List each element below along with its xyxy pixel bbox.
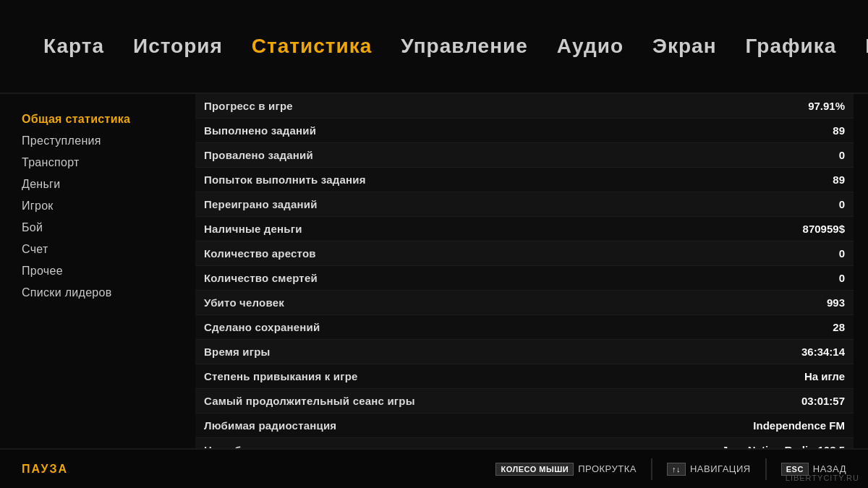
main-content: Общая статистикаПреступленияТранспортДен… <box>0 94 868 448</box>
stat-label: Прогресс в игре <box>204 100 293 112</box>
table-row: Прогресс в игре97.91% <box>195 94 854 119</box>
hint-action-label: НАВИГАЦИЯ <box>690 463 751 474</box>
stat-value: 0 <box>715 149 845 161</box>
nav-item-history[interactable]: История <box>133 35 223 58</box>
sidebar-item-money[interactable]: Деньги <box>22 174 174 195</box>
key-badge: ↑↓ <box>667 463 686 476</box>
table-row: Время игры36:34:14 <box>195 340 854 364</box>
bottom-hint-1: ↑↓НАВИГАЦИЯ <box>667 463 751 476</box>
table-row: Количество арестов0 <box>195 241 854 266</box>
stat-label: Попыток выполнить задания <box>204 174 366 186</box>
nav-item-statistics[interactable]: Статистика <box>252 35 373 58</box>
stat-value: 870959$ <box>715 223 845 235</box>
stat-value: 0 <box>715 198 845 210</box>
sidebar-item-fight[interactable]: Бой <box>22 217 174 239</box>
nav-item-map[interactable]: Карта <box>43 35 104 58</box>
stat-value: 993 <box>715 296 845 309</box>
stats-area[interactable]: Прогресс в игре97.91%Выполнено заданий89… <box>195 94 868 448</box>
table-row: Нелюбимая радиостанцияJazz Nation Radio … <box>195 438 854 448</box>
stat-value: 89 <box>715 174 845 186</box>
stat-label: Любимая радиостанция <box>204 419 336 432</box>
sidebar-item-score[interactable]: Счет <box>22 239 174 260</box>
stat-label: Сделано сохранений <box>204 321 320 333</box>
stat-label: Количество смертей <box>204 272 318 284</box>
nav-item-screen[interactable]: Экран <box>652 35 717 58</box>
sidebar-item-leaderboards[interactable]: Списки лидеров <box>22 282 174 304</box>
stat-label: Степень привыкания к игре <box>204 370 358 382</box>
key-badge: КОЛЕСО МЫШИ <box>495 463 574 476</box>
stat-label: Время игры <box>204 346 271 358</box>
stat-value: На игле <box>715 370 845 382</box>
stat-label: Самый продолжительный сеанс игры <box>204 395 415 407</box>
table-row: Выполнено заданий89 <box>195 119 854 143</box>
watermark: LIBERTYCITY.RU <box>786 474 859 482</box>
nav-item-controls[interactable]: Управление <box>401 35 527 58</box>
stat-label: Переиграно заданий <box>204 198 318 210</box>
stat-label: Убито человек <box>204 296 284 309</box>
hint-action-label: НАЗАД <box>813 463 846 474</box>
stat-label: Нелюбимая радиостанция <box>204 444 350 448</box>
sidebar: Общая статистикаПреступленияТранспортДен… <box>0 94 195 448</box>
table-row: Любимая радиостанцияIndependence FM <box>195 414 854 438</box>
stat-label: Наличные деньги <box>204 223 302 235</box>
table-row: Провалено заданий0 <box>195 143 854 168</box>
table-row: Степень привыкания к игреНа игле <box>195 364 854 389</box>
sidebar-item-crimes[interactable]: Преступления <box>22 130 174 152</box>
stat-value: 89 <box>715 124 845 137</box>
table-row: Попыток выполнить задания89 <box>195 168 854 192</box>
table-row: Самый продолжительный сеанс игры03:01:57 <box>195 389 854 414</box>
bottom-hint-0: КОЛЕСО МЫШИПРОКРУТКА <box>495 463 636 476</box>
stat-label: Выполнено заданий <box>204 124 316 137</box>
stat-value: 97.91% <box>715 100 845 112</box>
stat-value: 0 <box>715 272 845 284</box>
stat-label: Количество арестов <box>204 247 316 260</box>
stat-value: Independence FM <box>715 419 845 432</box>
nav-item-graphics[interactable]: Графика <box>746 35 837 58</box>
top-navigation: КартаИсторияСтатистикаУправлениеАудиоЭкр… <box>0 0 868 94</box>
table-row: Сделано сохранений28 <box>195 315 854 340</box>
sidebar-item-general[interactable]: Общая статистика <box>22 108 174 130</box>
vertical-divider <box>651 458 652 480</box>
pause-label: ПАУЗА <box>22 463 68 476</box>
stat-value: 28 <box>715 321 845 333</box>
hint-action-label: ПРОКРУТКА <box>578 463 637 474</box>
stat-value: 03:01:57 <box>715 395 845 407</box>
stat-value: Jazz Nation Radio 108.5 <box>715 444 845 448</box>
table-row: Количество смертей0 <box>195 266 854 291</box>
sidebar-item-transport[interactable]: Транспорт <box>22 152 174 174</box>
nav-item-game[interactable]: Игра <box>865 35 868 58</box>
sidebar-item-other[interactable]: Прочее <box>22 260 174 282</box>
table-row: Переиграно заданий0 <box>195 192 854 217</box>
sidebar-item-player[interactable]: Игрок <box>22 195 174 217</box>
stat-value: 36:34:14 <box>715 346 845 358</box>
bottom-bar: ПАУЗА КОЛЕСО МЫШИПРОКРУТКА↑↓НАВИГАЦИЯESC… <box>0 448 868 488</box>
stat-label: Провалено заданий <box>204 149 313 161</box>
vertical-divider <box>765 458 767 480</box>
stat-value: 0 <box>715 247 845 260</box>
table-row: Наличные деньги870959$ <box>195 217 854 241</box>
nav-item-audio[interactable]: Аудио <box>557 35 624 58</box>
table-row: Убито человек993 <box>195 291 854 315</box>
